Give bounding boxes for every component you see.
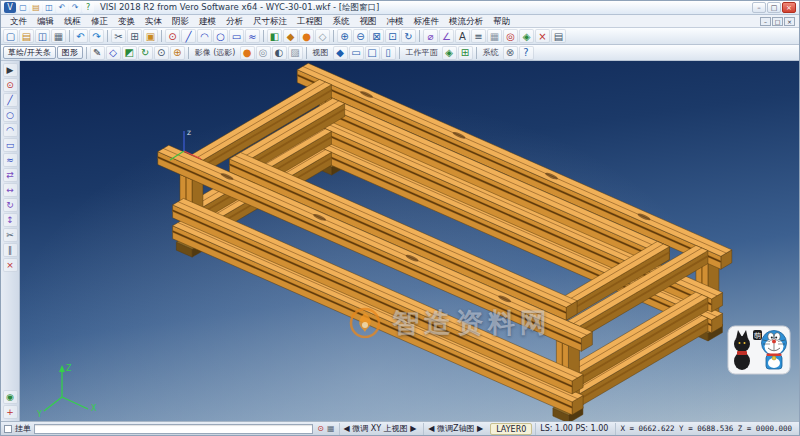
circle-tool-icon[interactable]: ○: [3, 108, 18, 122]
sketch-panel-button[interactable]: 草绘/开关条: [3, 46, 56, 59]
erase-icon[interactable]: ×: [3, 258, 18, 272]
visi-logo-icon[interactable]: V: [4, 2, 16, 13]
spline-tool-icon[interactable]: ≈: [3, 153, 18, 167]
undo-icon[interactable]: ↶: [73, 29, 88, 43]
rotate-icon[interactable]: ↻: [3, 198, 18, 212]
menu-item-14[interactable]: 冲模: [382, 15, 409, 28]
offset-icon[interactable]: ∥: [3, 243, 18, 257]
layer-indicator[interactable]: LAYER0: [490, 423, 532, 435]
copy-icon[interactable]: ⊞: [127, 29, 142, 43]
mdi-close-button[interactable]: ×: [784, 17, 795, 26]
text-tool-icon[interactable]: A: [455, 29, 470, 43]
extrude-icon[interactable]: ◩: [122, 46, 137, 60]
menu-item-8[interactable]: 建模: [194, 15, 221, 28]
properties-icon[interactable]: ▤: [551, 29, 566, 43]
menu-item-12[interactable]: 系统: [328, 15, 355, 28]
scale-icon[interactable]: ↕: [3, 213, 18, 227]
zoom-fit-icon[interactable]: ⊡: [385, 29, 400, 43]
save-icon[interactable]: ◫: [35, 29, 50, 43]
menu-item-5[interactable]: 变换: [113, 15, 140, 28]
paste-icon[interactable]: ▣: [143, 29, 158, 43]
menu-item-7[interactable]: 阴影: [167, 15, 194, 28]
point-tool-icon[interactable]: ⊙: [3, 78, 18, 92]
workplane-icon[interactable]: ◈: [519, 29, 534, 43]
view-iso-icon[interactable]: ◆: [333, 46, 348, 60]
angle-dimension-icon[interactable]: ∠: [439, 29, 454, 43]
print-icon[interactable]: ▦: [51, 29, 66, 43]
rectangle-icon[interactable]: ▭: [229, 29, 244, 43]
menu-item-10[interactable]: 尺寸标注: [248, 15, 292, 28]
menu-item-4[interactable]: 修正: [86, 15, 113, 28]
command-input[interactable]: [34, 424, 313, 434]
move-icon[interactable]: ↔: [3, 183, 18, 197]
graphics-panel-button[interactable]: 图形: [57, 46, 83, 59]
delete-icon[interactable]: ×: [535, 29, 550, 43]
new-file-icon[interactable]: ▢: [17, 2, 29, 13]
new-icon[interactable]: ▢: [3, 29, 18, 43]
solid-icon[interactable]: ◆: [283, 29, 298, 43]
compass-icon[interactable]: ◉: [3, 390, 18, 404]
system-help-icon[interactable]: ?: [519, 46, 534, 60]
mirror-icon[interactable]: ⇄: [3, 168, 18, 182]
measure-icon[interactable]: ⌀: [423, 29, 438, 43]
model-3d[interactable]: [20, 61, 799, 421]
line-icon[interactable]: ╱: [181, 29, 196, 43]
redo-icon[interactable]: ↷: [89, 29, 104, 43]
menu-item-9[interactable]: 分析: [221, 15, 248, 28]
minimize-button[interactable]: –: [752, 2, 766, 13]
snap-toggle-icon[interactable]: ⊙: [316, 424, 325, 433]
spline-icon[interactable]: ≈: [245, 29, 260, 43]
hidden-line-mode-icon[interactable]: ◎: [256, 46, 271, 60]
wireframe-icon[interactable]: ◇: [315, 29, 330, 43]
zoom-window-icon[interactable]: ⊠: [369, 29, 384, 43]
rotate-view-icon[interactable]: ↻: [401, 29, 416, 43]
arc-tool-icon[interactable]: ◠: [3, 123, 18, 137]
zoom-out-icon[interactable]: ⊖: [353, 29, 368, 43]
point-icon[interactable]: ⊙: [165, 29, 180, 43]
save-file-icon[interactable]: ◫: [43, 2, 55, 13]
texture-mode-icon[interactable]: ▨: [288, 46, 303, 60]
arc-icon[interactable]: ◠: [197, 29, 212, 43]
open-icon[interactable]: ▤: [19, 29, 34, 43]
surface-icon[interactable]: ◧: [267, 29, 282, 43]
view-top-icon[interactable]: ▭: [349, 46, 364, 60]
rectangle-tool-icon[interactable]: ▭: [3, 138, 18, 152]
help-icon[interactable]: ?: [82, 2, 94, 13]
menu-item-1[interactable]: 文件: [5, 15, 32, 28]
menu-item-15[interactable]: 标准件: [409, 15, 445, 28]
menu-item-11[interactable]: 工程图: [292, 15, 328, 28]
zoom-in-icon[interactable]: ⊕: [337, 29, 352, 43]
settings-icon[interactable]: ⊗: [503, 46, 518, 60]
shaded-render-icon[interactable]: ●: [299, 29, 314, 43]
close-button[interactable]: ×: [782, 2, 796, 13]
pin-checkbox[interactable]: [4, 425, 12, 433]
line-tool-icon[interactable]: ╱: [3, 93, 18, 107]
view-front-icon[interactable]: □: [365, 46, 380, 60]
workplane-selector[interactable]: ◀ 微调 XY 上视图 ▶: [339, 423, 421, 435]
select-icon[interactable]: ▶: [3, 63, 18, 77]
snap-icon[interactable]: ◎: [503, 29, 518, 43]
profile-icon[interactable]: ◇: [106, 46, 121, 60]
mdi-minimize-button[interactable]: –: [760, 17, 771, 26]
grid-icon[interactable]: ▦: [487, 29, 502, 43]
menu-item-13[interactable]: 视图: [355, 15, 382, 28]
redo-icon[interactable]: ↷: [69, 2, 81, 13]
mdi-restore-button[interactable]: □: [772, 17, 783, 26]
sketch-icon[interactable]: ✎: [90, 46, 105, 60]
grid-toggle-icon[interactable]: ▦: [326, 424, 336, 433]
cut-icon[interactable]: ✂: [111, 29, 126, 43]
menu-item-17[interactable]: 帮助: [488, 15, 515, 28]
open-file-icon[interactable]: ▤: [30, 2, 42, 13]
undo-icon[interactable]: ↶: [56, 2, 68, 13]
menu-item-6[interactable]: 实体: [140, 15, 167, 28]
view-right-icon[interactable]: ▯: [381, 46, 396, 60]
halftone-mode-icon[interactable]: ◐: [272, 46, 287, 60]
circle-icon[interactable]: ○: [213, 29, 228, 43]
trim-icon[interactable]: ✂: [3, 228, 18, 242]
menu-item-16[interactable]: 模流分析: [444, 15, 488, 28]
axes-icon[interactable]: +: [3, 405, 18, 419]
menu-item-3[interactable]: 线框: [59, 15, 86, 28]
viewport-3d[interactable]: Z 智造资料网 Z X Y: [20, 61, 799, 421]
view-selector[interactable]: ◀ 微调Z轴图 ▶: [423, 423, 487, 435]
hole-icon[interactable]: ⊙: [154, 46, 169, 60]
